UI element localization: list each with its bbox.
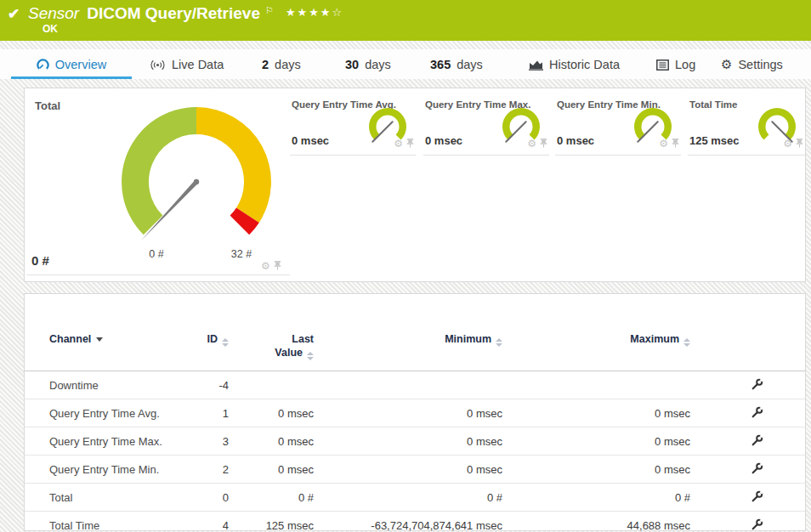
area-chart-icon [529,59,543,71]
cell-id: 0 [195,484,229,512]
mini-gauge-cell-total-time[interactable]: Total Time 125 msec ⚙ [688,99,805,156]
column-header-label: Channel [49,333,91,345]
cell-id: 1 [195,399,229,427]
column-header-maximum[interactable]: Maximum [502,294,690,371]
tab-label: Live Data [172,58,224,71]
status-ok-check-icon: ✔ [8,5,20,23]
pin-icon[interactable] [672,139,679,148]
column-header-label: ID [207,333,218,345]
mini-gauge-cell-query-entry-time-max[interactable]: Query Entry Time Max. 0 msec ⚙ [423,99,549,156]
cell-id: -4 [195,371,229,399]
mini-gauge-cell-query-entry-time-min[interactable]: Query Entry Time Min. 0 msec ⚙ [555,99,681,156]
cell-channel[interactable]: Total [25,484,195,512]
cell-channel[interactable]: Query Entry Time Min. [25,456,195,484]
cell-channel[interactable]: Total Time [25,512,195,532]
column-header-last-value[interactable]: LastValue [229,294,314,371]
tab-log[interactable]: Log [656,53,695,76]
main-gauge[interactable] [116,101,277,244]
cell-last-value: 0 msec [229,427,314,456]
edit-channel-icon[interactable] [751,378,763,393]
cell-id: 2 [195,456,229,484]
edit-channel-icon[interactable] [751,434,763,449]
table-row: Total 0 0 # 0 # 0 # [25,484,805,512]
sort-icon [496,338,502,347]
cell-id: 4 [195,512,229,532]
channel-table: Channel ID LastValue Minimum Maximum Dow… [25,294,805,532]
tab-2-days[interactable]: 2 days [262,53,301,76]
log-icon [656,59,669,71]
main-gauge-max-label: 32 # [216,248,267,260]
tab-number: 365 [430,58,451,71]
tab-label: days [457,58,483,71]
cell-last-value: 0 msec [229,456,314,484]
status-badge: OK [43,23,58,35]
tab-number: 2 [262,58,269,71]
column-header-label: Last [292,333,314,345]
mini-gauge-cell-query-entry-time-avg[interactable]: Query Entry Time Avg. 0 msec ⚙ [290,99,416,156]
table-row: Query Entry Time Max. 3 0 msec 0 msec 0 … [25,427,805,456]
cell-channel[interactable]: Query Entry Time Avg. [25,399,195,427]
table-row: Total Time 4 125 msec -63,724,704,874,64… [25,512,805,532]
pin-icon[interactable] [540,139,547,148]
tab-30-days[interactable]: 30 days [345,53,391,76]
edit-channel-icon[interactable] [751,518,763,532]
pin-icon[interactable] [406,139,414,148]
tab-number: 30 [345,58,359,71]
sort-icon [683,338,690,347]
broadcast-icon [150,59,166,71]
table-row: Query Entry Time Min. 2 0 msec 0 msec 0 … [25,456,805,484]
cell-last-value [229,371,314,399]
column-header-id[interactable]: ID [195,294,229,371]
gauge-corner-actions: ⚙ [659,139,679,148]
cell-maximum: 0 msec [502,427,690,456]
gear-icon[interactable]: ⚙ [527,139,536,148]
tab-label: days [275,58,301,71]
cell-maximum [502,371,690,399]
mini-gauge-value: 125 msec [689,134,740,147]
gear-icon[interactable]: ⚙ [394,139,403,148]
gauge-corner-actions: ⚙ [527,139,547,148]
edit-channel-icon[interactable] [751,490,763,505]
gear-icon[interactable]: ⚙ [783,139,792,148]
mini-gauge-value: 0 msec [557,134,594,147]
tab-365-days[interactable]: 365 days [430,53,483,76]
cell-minimum [314,371,502,399]
cell-maximum: 44,688 msec [502,512,690,532]
active-tab-underline [11,76,132,79]
cell-last-value: 0 # [229,484,314,512]
edit-channel-icon[interactable] [751,462,763,477]
edit-channel-icon[interactable] [751,406,763,421]
tab-label: days [365,58,391,71]
gear-icon[interactable]: ⚙ [261,262,270,270]
overview-gauges-panel: Total 0 # 32 # 0 # ⚙ Query Entry Time Av… [24,88,806,282]
tab-overview[interactable]: Overview [11,53,132,76]
gear-icon[interactable]: ⚙ [659,139,668,148]
table-row: Downtime -4 [25,371,805,399]
cell-last-value: 125 msec [229,512,314,532]
cell-maximum: 0 msec [502,399,690,427]
tab-historic-data[interactable]: Historic Data [529,53,620,76]
column-header-actions [690,294,805,371]
column-header-minimum[interactable]: Minimum [314,294,502,371]
pin-icon[interactable] [796,139,803,148]
mini-gauge-value: 0 msec [292,134,329,147]
priority-stars[interactable]: ★★★★☆ [286,6,343,19]
table-row: Query Entry Time Avg. 1 0 msec 0 msec 0 … [25,399,805,427]
cell-channel[interactable]: Query Entry Time Max. [25,427,195,456]
channel-table-panel: Channel ID LastValue Minimum Maximum Dow… [24,293,806,531]
cell-maximum: 0 msec [502,456,690,484]
cell-id: 3 [195,427,229,456]
cell-minimum: 0 # [314,484,502,512]
main-gauge-title: Total [35,99,60,112]
tab-settings[interactable]: ⚙ Settings [721,53,783,76]
tab-live-data[interactable]: Live Data [150,53,224,76]
cell-minimum: 0 msec [314,399,502,427]
main-gauge-min-label: 0 # [131,248,182,260]
mini-gauge-title: Total Time [689,99,737,110]
main-gauge-value: 0 # [31,253,49,268]
tab-label: Settings [738,58,782,71]
cell-minimum: 0 msec [314,456,502,484]
cell-channel[interactable]: Downtime [25,371,195,399]
column-header-channel[interactable]: Channel [25,294,195,371]
pin-icon[interactable] [274,261,281,270]
